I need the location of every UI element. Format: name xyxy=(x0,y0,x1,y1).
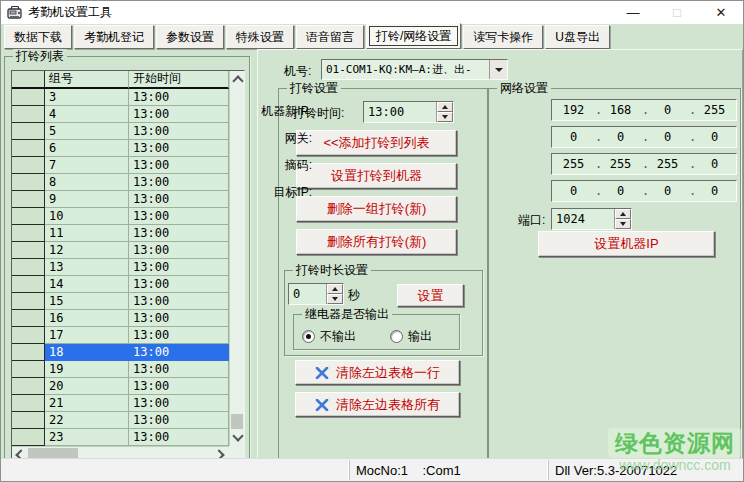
table-row[interactable]: 813:00 xyxy=(12,174,229,191)
set-bell-button[interactable]: 设置打铃到机器 xyxy=(296,163,457,189)
spin-down-button[interactable] xyxy=(327,294,343,304)
ip-octet[interactable]: 0 xyxy=(599,130,642,144)
ip-field[interactable]: 0.0.0.0 xyxy=(551,180,737,202)
table-row[interactable]: 1013:00 xyxy=(12,208,229,225)
table-row[interactable]: 1813:00 xyxy=(12,344,229,361)
duration-set-button[interactable]: 设置 xyxy=(397,284,464,307)
net-field-row: 网关:0.0.0.0 xyxy=(489,126,738,153)
scroll-up-icon[interactable] xyxy=(232,75,243,86)
row-header-cell[interactable] xyxy=(12,429,45,446)
tab-item[interactable]: 数据下载 xyxy=(4,25,72,49)
row-header-cell[interactable] xyxy=(12,174,45,191)
table-row[interactable]: 1313:00 xyxy=(12,259,229,276)
ip-octet[interactable]: 0 xyxy=(646,184,689,198)
row-header-cell[interactable] xyxy=(12,225,45,242)
tab-item[interactable]: 语音留言 xyxy=(296,25,364,49)
spin-up-button[interactable] xyxy=(327,284,343,294)
table-row[interactable]: 1713:00 xyxy=(12,327,229,344)
spin-up-button[interactable] xyxy=(615,209,631,219)
row-header-cell[interactable] xyxy=(12,344,45,361)
table-row[interactable]: 1913:00 xyxy=(12,361,229,378)
close-button[interactable]: ✕ xyxy=(699,1,743,24)
port-label: 端口: xyxy=(518,212,545,229)
row-header-cell[interactable] xyxy=(12,208,45,225)
set-machine-ip-button[interactable]: 设置机器IP xyxy=(538,231,715,257)
clear-table-all-button[interactable]: 清除左边表格所有 xyxy=(295,392,460,417)
delete-one-bell-button[interactable]: 删除一组打铃(新) xyxy=(296,196,457,222)
row-header-cell[interactable] xyxy=(12,259,45,276)
tab-item[interactable]: 打铃/网络设置 xyxy=(366,23,461,49)
row-header-cell[interactable] xyxy=(12,242,45,259)
table-row[interactable]: 2113:00 xyxy=(12,395,229,412)
tab-item[interactable]: 考勤机登记 xyxy=(74,25,154,49)
ip-field[interactable]: 255.255.255.0 xyxy=(551,153,737,175)
table-row[interactable]: 1113:00 xyxy=(12,225,229,242)
radio-option[interactable]: 不输出 xyxy=(302,328,356,345)
table-row[interactable]: 413:00 xyxy=(12,106,229,123)
duration-field[interactable]: 0 xyxy=(288,283,344,305)
ip-octet[interactable]: 0 xyxy=(599,184,642,198)
row-header-cell[interactable] xyxy=(12,412,45,429)
vertical-scroll-thumb[interactable] xyxy=(231,414,243,429)
minimize-button[interactable]: — xyxy=(611,1,655,24)
table-row[interactable]: 313:00 xyxy=(12,89,229,106)
table-row[interactable]: 513:00 xyxy=(12,123,229,140)
row-header-cell[interactable] xyxy=(12,327,45,344)
row-header-cell[interactable] xyxy=(12,191,45,208)
ip-octet[interactable]: 0 xyxy=(693,130,736,144)
bell-time-field[interactable]: 13:00 xyxy=(363,101,454,123)
ip-octet[interactable]: 0 xyxy=(552,130,595,144)
ip-octet[interactable]: 255 xyxy=(552,157,595,171)
cell-start-time: 13:00 xyxy=(129,157,229,174)
spin-down-button[interactable] xyxy=(615,219,631,229)
ip-octet[interactable]: 255 xyxy=(693,103,736,117)
tab-item[interactable]: 读写卡操作 xyxy=(463,25,543,49)
machine-no-select[interactable]: 01-COM1-KQ:KM—A:进、出- xyxy=(321,59,508,80)
radio-option[interactable]: 输出 xyxy=(390,328,432,345)
row-header-cell[interactable] xyxy=(12,361,45,378)
combo-dropdown-button[interactable] xyxy=(489,60,507,79)
spin-up-button[interactable] xyxy=(437,102,453,112)
ip-octet[interactable]: 0 xyxy=(646,103,689,117)
row-header-cell[interactable] xyxy=(12,276,45,293)
row-header-cell[interactable] xyxy=(12,140,45,157)
table-row[interactable]: 913:00 xyxy=(12,191,229,208)
ip-octet[interactable]: 255 xyxy=(646,157,689,171)
ip-octet[interactable]: 0 xyxy=(693,157,736,171)
ip-octet[interactable]: 0 xyxy=(552,184,595,198)
row-header-cell[interactable] xyxy=(12,89,45,106)
row-header-cell[interactable] xyxy=(12,123,45,140)
table-row[interactable]: 713:00 xyxy=(12,157,229,174)
table-row[interactable]: 1613:00 xyxy=(12,310,229,327)
tab-item[interactable]: U盘导出 xyxy=(545,25,610,49)
tab-item[interactable]: 特殊设置 xyxy=(226,25,294,49)
table-row[interactable]: 2013:00 xyxy=(12,378,229,395)
tab-item[interactable]: 参数设置 xyxy=(156,25,224,49)
ip-octet[interactable]: 255 xyxy=(599,157,642,171)
ip-octet[interactable]: 192 xyxy=(552,103,595,117)
row-header-cell[interactable] xyxy=(12,106,45,123)
row-header-cell[interactable] xyxy=(12,157,45,174)
ip-field[interactable]: 0.0.0.0 xyxy=(551,126,737,148)
row-header-cell[interactable] xyxy=(12,293,45,310)
table-row[interactable]: 2213:00 xyxy=(12,412,229,429)
table-row[interactable]: 2313:00 xyxy=(12,429,229,446)
row-header-cell[interactable] xyxy=(12,395,45,412)
clear-table-row-button[interactable]: 清除左边表格一行 xyxy=(295,360,460,385)
table-row[interactable]: 613:00 xyxy=(12,140,229,157)
vertical-scrollbar[interactable] xyxy=(229,71,244,446)
table-row[interactable]: 1213:00 xyxy=(12,242,229,259)
ip-octet[interactable]: 0 xyxy=(646,130,689,144)
table-row[interactable]: 1513:00 xyxy=(12,293,229,310)
delete-all-bells-button[interactable]: 删除所有打铃(新) xyxy=(296,229,457,255)
row-header-cell[interactable] xyxy=(12,378,45,395)
spin-down-button[interactable] xyxy=(437,112,453,122)
port-field[interactable]: 1024 xyxy=(551,208,632,230)
add-bell-button[interactable]: <<添加打铃到列表 xyxy=(296,130,457,156)
row-header-cell[interactable] xyxy=(12,310,45,327)
ip-octet[interactable]: 0 xyxy=(693,184,736,198)
scroll-down-icon[interactable] xyxy=(232,430,243,441)
ip-field[interactable]: 192.168.0.255 xyxy=(551,99,737,121)
ip-octet[interactable]: 168 xyxy=(599,103,642,117)
table-row[interactable]: 1413:00 xyxy=(12,276,229,293)
